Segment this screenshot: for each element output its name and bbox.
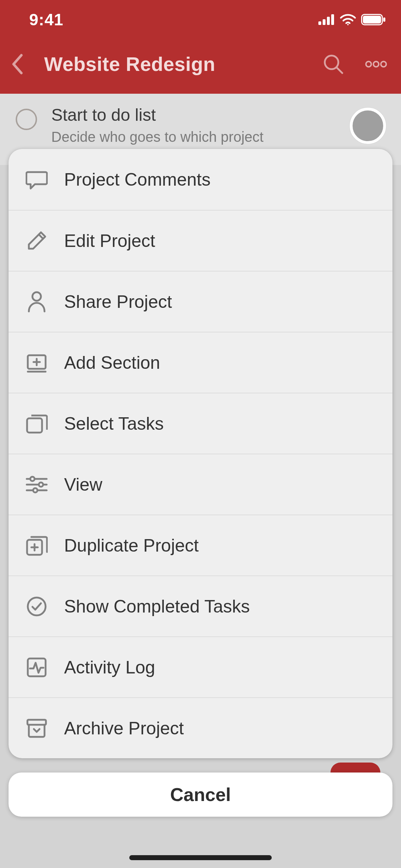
back-button[interactable] [5,52,30,77]
task-subtitle: Decide who goes to which project [51,129,264,145]
sliders-icon [24,472,49,497]
svg-point-4 [347,24,349,25]
menu-add-section[interactable]: Add Section [9,332,392,393]
menu-label: Show Completed Tasks [64,596,250,617]
add-section-icon [24,350,49,375]
nav-bar: Website Redesign [0,39,401,89]
svg-rect-0 [318,21,321,25]
task-checkbox[interactable] [16,109,37,130]
svg-rect-19 [27,418,42,433]
menu-activity-log[interactable]: Activity Log [9,636,392,697]
menu-select-tasks[interactable]: Select Tasks [9,393,392,454]
svg-rect-31 [27,720,46,725]
menu-edit-project[interactable]: Edit Project [9,210,392,271]
menu-duplicate-project[interactable]: Duplicate Project [9,515,392,575]
person-icon [24,289,49,314]
status-bar: 9:41 [0,0,401,39]
menu-project-comments[interactable]: Project Comments [9,149,392,210]
touch-indicator [350,108,386,144]
svg-line-13 [39,234,43,239]
svg-rect-6 [363,16,381,24]
screen: 9:41 Website Redesign [0,0,401,868]
action-sheet: Project Comments Edit Project Share Proj… [9,149,392,758]
cellular-icon [318,14,335,25]
svg-point-10 [366,62,371,67]
more-button[interactable] [362,50,390,78]
home-indicator[interactable] [129,855,272,860]
comment-icon [24,167,49,192]
cancel-button[interactable]: Cancel [9,773,392,817]
menu-label: Duplicate Project [64,535,199,556]
svg-rect-2 [327,17,330,25]
pencil-icon [24,228,49,253]
stack-icon [24,411,49,436]
menu-archive-project[interactable]: Archive Project [9,697,392,758]
svg-point-11 [374,62,379,67]
nav-area: 9:41 Website Redesign [0,0,401,94]
svg-rect-1 [323,19,326,25]
menu-label: Share Project [64,291,172,312]
menu-show-completed[interactable]: Show Completed Tasks [9,575,392,636]
menu-label: Activity Log [64,657,155,678]
menu-label: Edit Project [64,231,155,251]
duplicate-icon [24,533,49,558]
svg-rect-3 [331,14,334,25]
menu-label: View [64,474,102,495]
task-title: Start to do list [51,105,264,125]
svg-line-9 [337,68,342,73]
svg-point-25 [33,488,37,492]
page-title: Website Redesign [44,53,215,76]
svg-point-14 [32,292,41,301]
status-time: 9:41 [29,10,63,29]
menu-label: Select Tasks [64,413,164,434]
activity-icon [24,655,49,680]
svg-rect-7 [383,17,385,22]
svg-point-23 [39,482,43,487]
wifi-icon [340,14,356,25]
svg-point-12 [381,62,386,67]
status-indicators [318,14,386,25]
menu-label: Add Section [64,352,160,373]
menu-share-project[interactable]: Share Project [9,271,392,332]
check-circle-icon [24,594,49,619]
task-text: Start to do list Decide who goes to whic… [51,105,264,145]
battery-icon [361,14,386,25]
archive-icon [24,716,49,741]
svg-point-29 [28,598,46,615]
search-button[interactable] [319,50,348,78]
menu-label: Archive Project [64,718,184,739]
menu-view[interactable]: View [9,454,392,515]
menu-label: Project Comments [64,169,210,190]
svg-point-21 [30,477,35,481]
